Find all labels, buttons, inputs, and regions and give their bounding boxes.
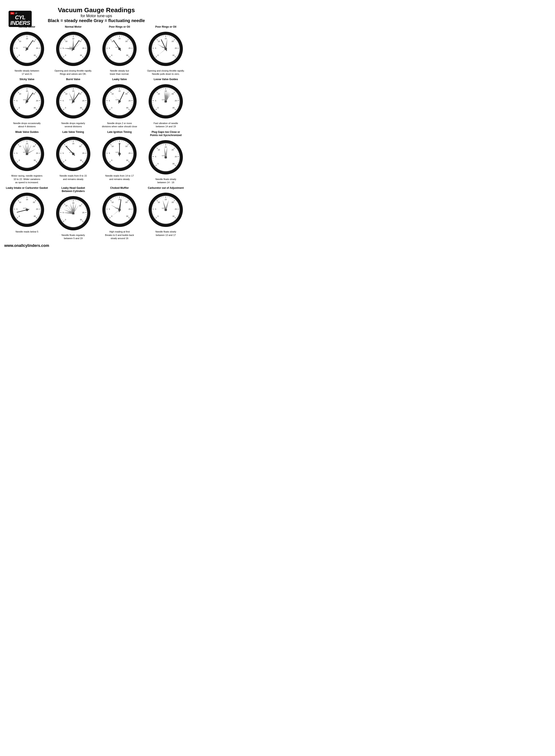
svg-text:5: 5 bbox=[62, 100, 63, 102]
gauge-title-6: Leaky Valve bbox=[112, 78, 127, 81]
svg-text:5: 5 bbox=[16, 208, 17, 210]
svg-text:20: 20 bbox=[172, 40, 174, 42]
svg-text:30: 30 bbox=[126, 215, 128, 217]
svg-text:30: 30 bbox=[126, 159, 128, 161]
svg-text:0: 0 bbox=[65, 107, 66, 109]
svg-text:30: 30 bbox=[34, 215, 36, 217]
svg-text:5: 5 bbox=[109, 208, 110, 210]
gauge-svg-0: 051015202530In/Hg bbox=[8, 30, 46, 68]
gauge-desc-7: Fast vibration of needle between 14 and … bbox=[154, 122, 178, 128]
svg-text:5: 5 bbox=[155, 47, 156, 49]
gauge-svg-1: 051015202530In/Hg bbox=[54, 30, 92, 68]
gauge-svg-15: 051015202530In/Hg bbox=[146, 191, 185, 229]
gauge-desc-0: Needle steady between 17 and 21 bbox=[14, 69, 39, 76]
gauge-svg-2: 051015202530In/Hg bbox=[100, 30, 139, 68]
gauge-svg-13: 051015202530In/Hg bbox=[54, 194, 92, 233]
svg-text:0: 0 bbox=[158, 215, 159, 217]
svg-point-470 bbox=[72, 153, 74, 155]
svg-text:25: 25 bbox=[175, 47, 177, 49]
svg-point-606 bbox=[26, 209, 28, 211]
gauge-title-11: Plug Gaps too Close or Points not Sycnch… bbox=[150, 130, 181, 137]
gauge-title-13: Leaky Head Gasket Between Cylinders bbox=[61, 187, 85, 193]
svg-point-706 bbox=[118, 209, 121, 211]
svg-text:10: 10 bbox=[65, 205, 68, 207]
gauge-grid: Normal Motor051015202530In/HgNeedle stea… bbox=[4, 25, 188, 240]
svg-text:10: 10 bbox=[19, 40, 21, 42]
svg-text:25: 25 bbox=[36, 100, 38, 102]
gauge-desc-8: Motor racing, needle registers 10 to 22.… bbox=[11, 174, 43, 184]
svg-text:10: 10 bbox=[112, 40, 114, 42]
svg-text:25: 25 bbox=[36, 208, 38, 210]
gauge-desc-4: Needle drops occasionally about 4 divisi… bbox=[13, 122, 40, 128]
svg-text:10: 10 bbox=[158, 93, 160, 95]
svg-text:5: 5 bbox=[62, 152, 63, 154]
svg-text:5: 5 bbox=[16, 47, 17, 49]
gauge-svg-9: 051015202530In/Hg bbox=[54, 134, 92, 173]
svg-text:20: 20 bbox=[172, 93, 174, 95]
svg-text:0: 0 bbox=[65, 54, 66, 56]
gauge-cell-14: Choked Muffler051015202530In/HgHigh read… bbox=[97, 187, 142, 240]
gauge-desc-5: Needle drops regularly several divisions bbox=[61, 122, 85, 128]
svg-text:25: 25 bbox=[36, 152, 38, 154]
svg-text:0: 0 bbox=[111, 107, 113, 109]
gauge-title-2: Poor Rings or Oil bbox=[109, 25, 130, 29]
gauge-svg-10: 051015202530In/Hg bbox=[100, 134, 139, 173]
svg-text:0: 0 bbox=[18, 159, 20, 161]
svg-text:20: 20 bbox=[33, 146, 35, 148]
page-legend: Black = steady needle Gray = fluctuating… bbox=[4, 18, 188, 23]
gauge-svg-14: 051015202530In/Hg bbox=[100, 191, 139, 229]
svg-text:0: 0 bbox=[111, 159, 113, 161]
svg-text:10: 10 bbox=[158, 40, 160, 42]
svg-text:0: 0 bbox=[18, 215, 20, 217]
svg-text:15: 15 bbox=[26, 143, 28, 145]
svg-text:30: 30 bbox=[34, 54, 36, 56]
svg-text:15: 15 bbox=[26, 90, 28, 92]
svg-text:0: 0 bbox=[18, 107, 20, 109]
svg-text:30: 30 bbox=[80, 54, 82, 56]
svg-text:15: 15 bbox=[72, 90, 74, 92]
svg-point-278 bbox=[72, 100, 74, 103]
svg-text:15: 15 bbox=[118, 38, 121, 40]
footer-url: www.onallcylinders.com bbox=[4, 243, 188, 248]
svg-text:10: 10 bbox=[112, 201, 114, 204]
gauge-cell-2: Poor Rings or Oil051015202530In/HgNeedle… bbox=[97, 25, 142, 76]
svg-text:25: 25 bbox=[128, 47, 131, 49]
svg-text:5: 5 bbox=[62, 211, 63, 214]
svg-text:25: 25 bbox=[36, 47, 38, 49]
svg-text:25: 25 bbox=[82, 211, 84, 214]
svg-text:0: 0 bbox=[158, 163, 159, 165]
svg-text:5: 5 bbox=[109, 152, 110, 154]
svg-text:25: 25 bbox=[128, 208, 131, 210]
svg-text:30: 30 bbox=[126, 54, 128, 56]
svg-text:10: 10 bbox=[158, 201, 160, 204]
svg-text:0: 0 bbox=[158, 54, 159, 56]
svg-text:15: 15 bbox=[26, 38, 28, 40]
svg-text:0: 0 bbox=[111, 54, 113, 56]
svg-text:5: 5 bbox=[16, 100, 17, 102]
svg-text:30: 30 bbox=[126, 107, 128, 109]
svg-text:30: 30 bbox=[80, 218, 82, 221]
svg-text:10: 10 bbox=[19, 93, 21, 95]
svg-text:20: 20 bbox=[79, 205, 81, 207]
svg-text:20: 20 bbox=[125, 93, 127, 95]
gauge-cell-13: Leaky Head Gasket Between Cylinders05101… bbox=[50, 187, 96, 240]
gauge-desc-14: High reading at first Breaks to 0 and bu… bbox=[105, 230, 134, 240]
svg-point-137 bbox=[118, 48, 121, 50]
gauge-desc-10: Needle reads from 14 to 17 and remains s… bbox=[105, 174, 134, 181]
gauge-svg-12: 051015202530In/Hg bbox=[8, 191, 46, 229]
svg-text:20: 20 bbox=[79, 40, 81, 42]
gauge-cell-1: Normal Motor051015202530In/HgOpening and… bbox=[50, 25, 96, 76]
gauge-desc-3: Opening and closing throttle rapidly. Ne… bbox=[147, 69, 184, 76]
gauge-svg-7: 051015202530In/Hg bbox=[146, 82, 185, 121]
svg-text:30: 30 bbox=[172, 163, 174, 165]
svg-text:0: 0 bbox=[65, 218, 66, 221]
svg-text:10: 10 bbox=[158, 149, 160, 151]
svg-point-658 bbox=[72, 212, 74, 214]
gauge-desc-1: Opening and closing throttle rapidly. Ri… bbox=[55, 69, 92, 76]
svg-text:30: 30 bbox=[80, 107, 82, 109]
svg-text:25: 25 bbox=[128, 100, 131, 102]
svg-point-44 bbox=[26, 48, 28, 50]
svg-text:20: 20 bbox=[79, 93, 81, 95]
svg-text:20: 20 bbox=[125, 201, 127, 204]
svg-point-92 bbox=[72, 48, 74, 50]
